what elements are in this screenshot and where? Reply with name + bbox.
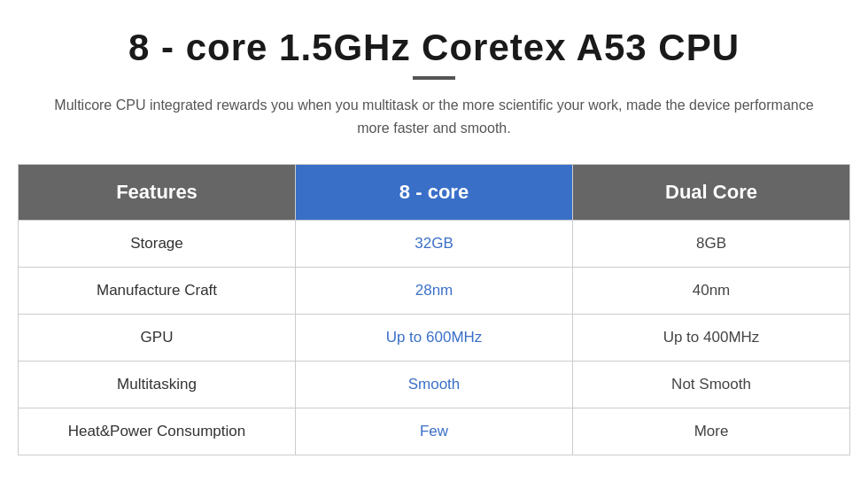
header-8core: 8 - core — [296, 165, 573, 221]
table-row: GPUUp to 600MHzUp to 400MHz — [19, 315, 850, 362]
cell-8core: Smooth — [296, 362, 573, 408]
cell-8core: Few — [296, 408, 573, 455]
header-features: Features — [19, 165, 296, 221]
header-dualcore: Dual Core — [573, 165, 850, 221]
comparison-table: Features 8 - core Dual Core Storage32GB8… — [18, 164, 850, 455]
cell-feature: Storage — [19, 221, 296, 268]
cell-dualcore: 40nm — [573, 268, 850, 315]
cell-dualcore: More — [573, 408, 850, 455]
page-title: 8 - core 1.5GHz Coretex A53 CPU — [128, 27, 740, 69]
table-row: Storage32GB8GB — [19, 221, 850, 268]
cell-dualcore: 8GB — [573, 221, 850, 268]
cell-8core: 32GB — [296, 221, 573, 268]
table-row: MultitaskingSmoothNot Smooth — [19, 362, 850, 408]
page-subtitle: Multicore CPU integrated rewards you whe… — [53, 94, 815, 139]
table-row: Heat&Power ConsumptionFewMore — [19, 408, 850, 455]
table-row: Manufacture Craft28nm40nm — [19, 268, 850, 315]
table-header-row: Features 8 - core Dual Core — [19, 165, 850, 221]
title-divider — [413, 76, 455, 80]
cell-dualcore: Up to 400MHz — [573, 315, 850, 362]
cell-feature: Heat&Power Consumption — [19, 408, 296, 455]
cell-feature: Multitasking — [19, 362, 296, 408]
cell-8core: 28nm — [296, 268, 573, 315]
cell-feature: GPU — [19, 315, 296, 362]
cell-dualcore: Not Smooth — [573, 362, 850, 408]
cell-8core: Up to 600MHz — [296, 315, 573, 362]
cell-feature: Manufacture Craft — [19, 268, 296, 315]
